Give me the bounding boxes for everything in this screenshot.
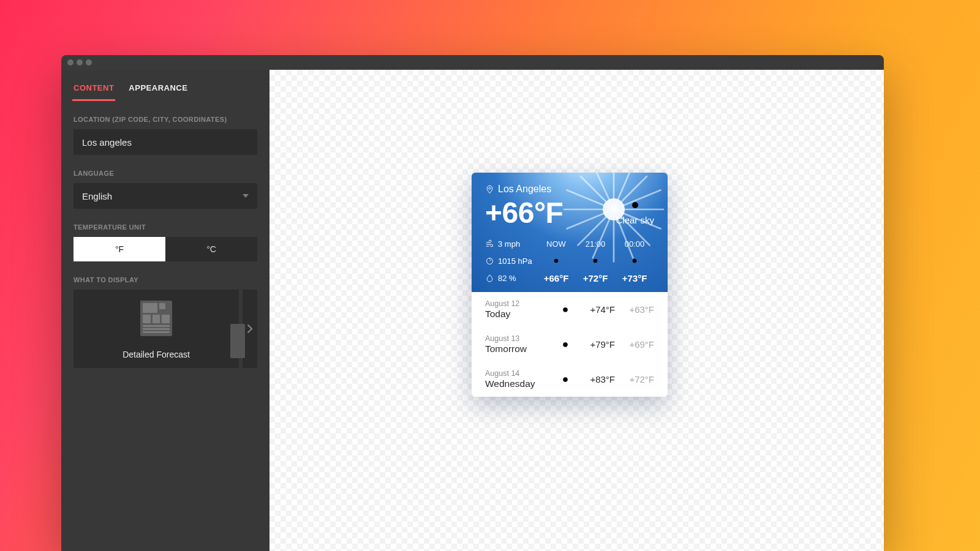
gauge-icon (485, 257, 494, 266)
app-window: CONTENT APPEARANCE LOCATION (ZIP CODE, C… (61, 55, 884, 551)
language-select[interactable]: English (74, 183, 257, 209)
hour-label-1: 21:00 (576, 239, 615, 249)
forecast-day: Wednesday (485, 378, 552, 389)
forecast-hi: +74°F (578, 304, 615, 315)
language-value: English (82, 191, 112, 201)
weather-wind-value: 3 mph (498, 239, 520, 249)
sun-icon (560, 304, 571, 315)
sun-icon (590, 256, 600, 266)
display-carousel-scrollbar-thumb[interactable] (230, 324, 245, 358)
display-label: WHAT TO DISPLAY (74, 276, 257, 283)
window-minimize-dot[interactable] (77, 59, 83, 66)
tab-active-underline (72, 99, 115, 101)
forecast-lo: +63°F (617, 304, 654, 315)
sun-icon (630, 256, 639, 266)
forecast-row: August 12 Today +74°F +63°F (472, 292, 668, 327)
window-zoom-dot[interactable] (86, 59, 92, 66)
window-close-dot[interactable] (67, 59, 74, 66)
forecast-date: August 14 (485, 369, 552, 378)
display-option-detailed[interactable]: Detailed Forecast (74, 290, 239, 368)
language-label: LANGUAGE (74, 170, 257, 177)
unit-label: TEMPERATURE UNIT (74, 223, 257, 231)
forecast-lo: +69°F (617, 339, 654, 350)
forecast-row: August 13 Tomorrow +79°F +69°F (472, 327, 668, 362)
temperature-unit-toggle: °F °C (74, 237, 257, 261)
wind-icon (485, 239, 494, 249)
display-option-thumbnail (140, 301, 172, 336)
hour-temp-1: +72°F (576, 273, 615, 283)
sun-icon (560, 374, 571, 385)
tab-content-label: CONTENT (74, 83, 114, 92)
humidity-icon (485, 274, 494, 283)
forecast-day: Today (485, 309, 552, 320)
unit-fahrenheit-button[interactable]: °F (74, 237, 165, 261)
hour-label-0: NOW (537, 239, 576, 249)
sun-icon (628, 198, 643, 212)
location-pin-icon (485, 185, 494, 194)
tab-content[interactable]: CONTENT (74, 83, 114, 92)
forecast-date: August 13 (485, 334, 552, 343)
preview-canvas: Los Angeles +66°F Clear sky 3 mph (270, 70, 884, 551)
forecast-hi: +79°F (578, 339, 615, 350)
hour-temp-2: +73°F (615, 273, 654, 283)
tab-appearance[interactable]: APPEARANCE (129, 83, 187, 92)
chevron-right-icon (247, 324, 253, 334)
forecast-date: August 12 (485, 299, 552, 308)
svg-point-26 (489, 187, 491, 189)
weather-location: Los Angeles (498, 184, 551, 195)
hour-label-2: 00:00 (615, 239, 654, 249)
forecast-day: Tomorrow (485, 343, 552, 354)
weather-humidity: 82 % (485, 273, 537, 283)
settings-sidebar: CONTENT APPEARANCE LOCATION (ZIP CODE, C… (61, 70, 270, 551)
hour-temp-0: +66°F (537, 273, 576, 283)
location-label: LOCATION (ZIP CODE, CITY, COORDINATES) (74, 116, 257, 123)
location-input[interactable] (74, 129, 257, 155)
titlebar (61, 55, 884, 70)
weather-humidity-value: 82 % (498, 274, 516, 283)
weather-header: Los Angeles +66°F Clear sky 3 mph (472, 173, 668, 292)
sun-icon (560, 339, 571, 350)
forecast-hi: +83°F (578, 374, 615, 384)
tab-appearance-label: APPEARANCE (129, 83, 187, 92)
forecast-row: August 14 Wednesday +83°F +72°F (472, 362, 668, 397)
weather-wind: 3 mph (485, 239, 537, 249)
weather-widget: Los Angeles +66°F Clear sky 3 mph (472, 173, 668, 397)
weather-forecast: August 12 Today +74°F +63°F August 13 To… (472, 292, 668, 397)
weather-pressure-value: 1015 hPa (498, 257, 532, 266)
weather-condition: Clear sky (616, 215, 654, 225)
weather-temperature: +66°F (485, 196, 563, 230)
display-option-label: Detailed Forecast (123, 350, 190, 359)
weather-pressure: 1015 hPa (485, 256, 537, 266)
forecast-lo: +72°F (617, 374, 654, 384)
sun-icon (551, 256, 561, 266)
unit-celsius-button[interactable]: °C (165, 237, 257, 261)
